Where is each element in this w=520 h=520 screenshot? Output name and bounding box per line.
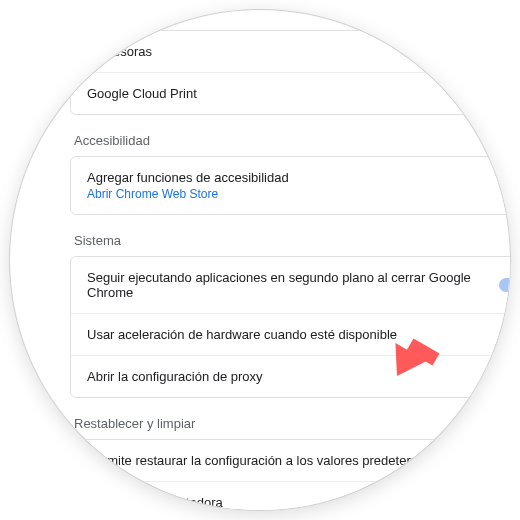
cleanup-row[interactable]: Limpiar la computadora bbox=[71, 482, 510, 510]
proxy-label: Abrir la configuración de proxy bbox=[87, 369, 263, 384]
printers-row[interactable]: Impresoras bbox=[71, 31, 510, 73]
hw-accel-toggle[interactable] bbox=[499, 328, 510, 342]
printers-card: Impresoras Google Cloud Print bbox=[70, 30, 510, 115]
background-apps-row[interactable]: Seguir ejecutando aplicaciones en segund… bbox=[71, 257, 510, 314]
system-card: Seguir ejecutando aplicaciones en segund… bbox=[70, 256, 510, 398]
settings-content: Impresoras Google Cloud Print Accesibili… bbox=[70, 10, 510, 510]
cloud-print-row[interactable]: Google Cloud Print bbox=[71, 73, 510, 114]
printers-label: Impresoras bbox=[87, 44, 152, 59]
hw-accel-label: Usar aceleración de hardware cuando esté… bbox=[87, 327, 397, 342]
hw-accel-row[interactable]: Usar aceleración de hardware cuando esté… bbox=[71, 314, 510, 356]
cleanup-label: Limpiar la computadora bbox=[87, 495, 223, 510]
system-title: Sistema bbox=[74, 233, 510, 248]
restore-defaults-row[interactable]: Permite restaurar la configuración a los… bbox=[71, 440, 510, 482]
cloud-print-label: Google Cloud Print bbox=[87, 86, 197, 101]
accessibility-add-label: Agregar funciones de accesibilidad bbox=[87, 170, 289, 185]
restore-defaults-label: Permite restaurar la configuración a los… bbox=[87, 453, 510, 468]
proxy-row[interactable]: Abrir la configuración de proxy bbox=[71, 356, 510, 397]
background-apps-toggle[interactable] bbox=[499, 278, 510, 292]
accessibility-card: Agregar funciones de accesibilidad Abrir… bbox=[70, 156, 510, 215]
reset-card: Permite restaurar la configuración a los… bbox=[70, 439, 510, 510]
accessibility-title: Accesibilidad bbox=[74, 133, 510, 148]
reset-title: Restablecer y limpiar bbox=[74, 416, 510, 431]
accessibility-add-row[interactable]: Agregar funciones de accesibilidad Abrir… bbox=[71, 157, 510, 214]
background-apps-label: Seguir ejecutando aplicaciones en segund… bbox=[87, 270, 499, 300]
accessibility-webstore-link[interactable]: Abrir Chrome Web Store bbox=[87, 187, 289, 201]
